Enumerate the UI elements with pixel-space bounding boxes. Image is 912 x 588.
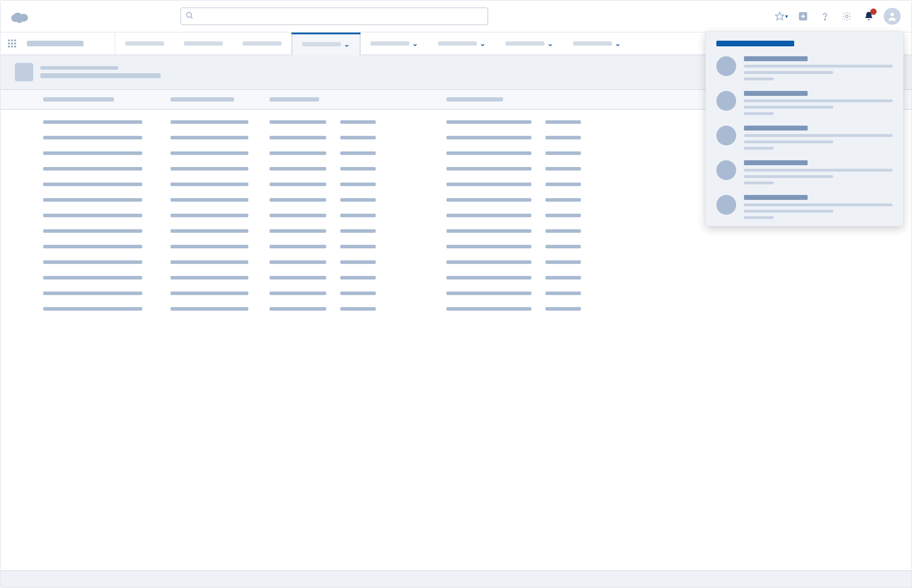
svg-marker-2: [775, 12, 784, 20]
table-cell: [446, 136, 546, 139]
chevron-down-icon[interactable]: ⌄: [344, 40, 350, 48]
notification-timestamp: [744, 181, 774, 184]
notification-item[interactable]: [717, 160, 893, 184]
table-cell: [340, 214, 446, 217]
notification-line3: [744, 106, 833, 108]
table-cell: [446, 183, 546, 186]
search-icon: [186, 11, 194, 21]
chevron-down-icon[interactable]: ⌄: [412, 39, 418, 48]
table-row[interactable]: [43, 276, 911, 279]
nav-tab-3[interactable]: ⌄: [292, 32, 360, 55]
notification-badge: [870, 8, 876, 15]
table-cell: [171, 292, 270, 295]
chevron-down-icon[interactable]: ⌄: [547, 39, 553, 48]
global-add-button[interactable]: [796, 9, 810, 23]
svg-point-12: [14, 42, 16, 45]
table-cell: [171, 167, 270, 171]
column-header-2[interactable]: [270, 97, 340, 102]
notification-line2: [744, 169, 893, 171]
table-row[interactable]: [43, 292, 911, 295]
notification-item[interactable]: [717, 126, 893, 150]
svg-point-8: [11, 40, 13, 42]
column-header-4[interactable]: [446, 97, 546, 102]
notification-line3: [744, 175, 833, 178]
nav-tab-7[interactable]: ⌄: [563, 32, 631, 55]
salesforce-cloud-logo[interactable]: [11, 8, 34, 24]
app-launcher-button[interactable]: [1, 32, 23, 55]
nav-tab-1[interactable]: [174, 32, 233, 55]
table-cell: [446, 167, 546, 171]
notification-item[interactable]: [717, 56, 893, 80]
table-cell: [43, 276, 171, 279]
chevron-down-icon: ▾: [785, 13, 788, 19]
column-header-1[interactable]: [171, 97, 270, 102]
table-row[interactable]: [43, 307, 911, 311]
table-cell: [546, 260, 602, 264]
nav-tab-4[interactable]: ⌄: [360, 32, 428, 55]
table-cell: [546, 120, 602, 124]
table-cell: [546, 152, 602, 155]
nav-tab-0[interactable]: [115, 32, 174, 55]
notifications-panel: [705, 31, 904, 226]
table-cell: [171, 276, 270, 279]
table-cell: [270, 276, 340, 279]
notification-line2: [744, 65, 893, 68]
profile-avatar[interactable]: [884, 8, 901, 25]
table-cell: [446, 229, 546, 233]
table-cell: [270, 292, 340, 295]
notification-avatar: [717, 126, 736, 145]
notification-line2: [744, 134, 893, 137]
notification-body: [744, 56, 893, 80]
notification-timestamp: [744, 78, 774, 80]
svg-point-4: [825, 19, 826, 20]
utility-bar: [1, 570, 911, 587]
notification-title: [744, 56, 808, 61]
table-cell: [446, 245, 546, 248]
table-cell: [171, 260, 270, 264]
table-row[interactable]: [43, 260, 911, 264]
table-row[interactable]: [43, 229, 911, 233]
nav-tab-6[interactable]: ⌄: [496, 32, 563, 55]
table-row[interactable]: [43, 245, 911, 248]
table-cell: [270, 120, 340, 124]
notification-line3: [744, 141, 833, 143]
notification-item[interactable]: [717, 195, 893, 219]
table-cell: [171, 198, 270, 202]
notification-avatar: [717, 195, 736, 215]
table-cell: [270, 198, 340, 202]
global-search-input[interactable]: [181, 7, 488, 25]
nav-tab-2[interactable]: [233, 32, 292, 55]
table-cell: [546, 245, 602, 248]
favorites-button[interactable]: ▾: [774, 9, 788, 23]
nav-tab-label: [438, 41, 477, 46]
notifications-button[interactable]: [862, 9, 876, 23]
notification-line2: [744, 99, 893, 102]
table-cell: [43, 245, 171, 248]
nav-tab-5[interactable]: ⌄: [428, 32, 496, 55]
help-button[interactable]: [818, 9, 832, 23]
svg-point-5: [846, 15, 848, 18]
table-cell: [446, 307, 546, 311]
table-cell: [340, 152, 446, 155]
page-eyebrow: [40, 66, 118, 70]
notification-timestamp: [744, 216, 774, 219]
notification-timestamp: [744, 112, 774, 115]
nav-tab-label: [243, 41, 282, 46]
svg-point-7: [8, 40, 10, 42]
notification-avatar: [717, 56, 736, 76]
table-cell: [546, 307, 602, 311]
column-header-0[interactable]: [43, 97, 171, 102]
chevron-down-icon[interactable]: ⌄: [480, 39, 486, 48]
table-cell: [171, 120, 270, 124]
notification-avatar: [717, 160, 736, 180]
notification-line2: [744, 204, 893, 206]
notification-title: [744, 126, 808, 131]
svg-point-9: [14, 40, 16, 42]
setup-button[interactable]: [840, 9, 854, 23]
notification-item[interactable]: [717, 91, 893, 115]
table-cell: [546, 136, 602, 139]
table-cell: [446, 214, 546, 217]
table-cell: [446, 276, 546, 279]
chevron-down-icon[interactable]: ⌄: [615, 39, 621, 48]
table-cell: [270, 136, 340, 139]
